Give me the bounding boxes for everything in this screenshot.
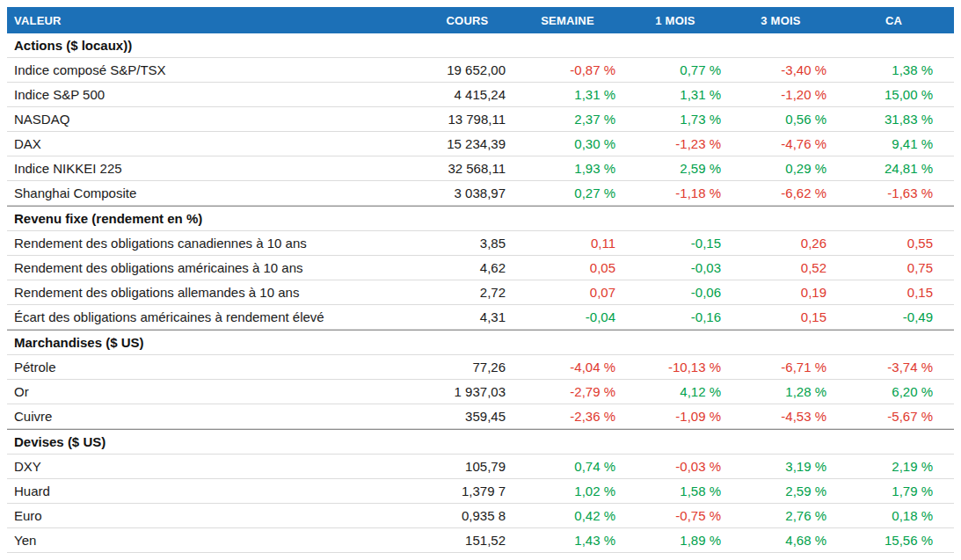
cell-1mois: -0,15 [622, 231, 728, 256]
cell-semaine: 0,11 [513, 231, 622, 256]
table-body: Actions ($ locaux))Indice composé S&P/TS… [7, 33, 954, 553]
table-row: Euro0,935 80,42 %-0,75 %2,76 %0,18 % [7, 504, 954, 528]
row-label: Huard [7, 479, 422, 504]
row-label: Indice composé S&P/TSX [7, 58, 422, 83]
cell-3mois: 0,56 % [728, 107, 834, 132]
cell-1mois: -1,23 % [622, 132, 728, 156]
cell-cours: 1 937,03 [422, 380, 513, 404]
cell-semaine: 2,37 % [513, 107, 622, 132]
cell-1mois: 1,89 % [622, 528, 728, 553]
cell-semaine: 1,43 % [513, 528, 622, 553]
cell-ca: 9,41 % [834, 132, 954, 156]
row-label: Indice NIKKEI 225 [7, 156, 422, 181]
cell-1mois: -0,75 % [622, 504, 728, 528]
cell-3mois: -1,20 % [728, 83, 834, 107]
section-title: Marchandises ($ US) [7, 330, 954, 355]
column-header-semaine: SEMAINE [513, 7, 622, 33]
cell-semaine: -4,04 % [513, 355, 622, 380]
cell-semaine: 1,93 % [513, 156, 622, 181]
column-header-valeur: VALEUR [7, 7, 422, 33]
table-header: VALEUR COURS SEMAINE 1 MOIS 3 MOIS CA [7, 7, 954, 33]
cell-semaine: 0,30 % [513, 132, 622, 156]
cell-ca: -5,67 % [834, 404, 954, 429]
table-row: Cuivre359,45-2,36 %-1,09 %-4,53 %-5,67 % [7, 404, 954, 429]
table-row: DAX15 234,390,30 %-1,23 %-4,76 %9,41 % [7, 132, 954, 156]
row-label: Cuivre [7, 404, 422, 429]
cell-3mois: 0,19 [728, 280, 834, 305]
cell-semaine: 1,31 % [513, 83, 622, 107]
cell-ca: 0,75 [834, 256, 954, 280]
table-row: Yen151,521,43 %1,89 %4,68 %15,56 % [7, 528, 954, 553]
cell-ca: 1,79 % [834, 479, 954, 504]
cell-cours: 151,52 [422, 528, 513, 553]
cell-ca: 24,81 % [834, 156, 954, 181]
cell-1mois: -1,09 % [622, 404, 728, 429]
cell-ca: 6,20 % [834, 380, 954, 404]
row-label: NASDAQ [7, 107, 422, 132]
cell-1mois: -0,06 [622, 280, 728, 305]
cell-1mois: -10,13 % [622, 355, 728, 380]
row-label: Rendement des obligations canadiennes à … [7, 231, 422, 256]
cell-1mois: -1,18 % [622, 181, 728, 206]
cell-cours: 77,26 [422, 355, 513, 380]
table-row: Or1 937,03-2,79 %4,12 %1,28 %6,20 % [7, 380, 954, 404]
cell-semaine: -0,04 [513, 305, 622, 330]
table-row: Indice composé S&P/TSX19 652,00-0,87 %0,… [7, 58, 954, 83]
row-label: Euro [7, 504, 422, 528]
cell-cours: 3 038,97 [422, 181, 513, 206]
cell-semaine: -2,79 % [513, 380, 622, 404]
cell-semaine: 0,42 % [513, 504, 622, 528]
section-header-row: Devises ($ US) [7, 429, 954, 455]
row-label: Pétrole [7, 355, 422, 380]
table-row: DXY105,790,74 %-0,03 %3,19 %2,19 % [7, 455, 954, 479]
cell-cours: 1,379 7 [422, 479, 513, 504]
cell-cours: 15 234,39 [422, 132, 513, 156]
cell-cours: 32 568,11 [422, 156, 513, 181]
section-title: Revenu fixe (rendement en %) [7, 206, 954, 231]
cell-1mois: 1,31 % [622, 83, 728, 107]
cell-ca: 0,55 [834, 231, 954, 256]
cell-ca: 2,19 % [834, 455, 954, 479]
column-header-ca: CA [834, 7, 954, 33]
cell-3mois: 0,26 [728, 231, 834, 256]
row-label: Yen [7, 528, 422, 553]
cell-1mois: 4,12 % [622, 380, 728, 404]
cell-semaine: 0,74 % [513, 455, 622, 479]
cell-ca: 0,18 % [834, 504, 954, 528]
cell-3mois: -3,40 % [728, 58, 834, 83]
row-label: DAX [7, 132, 422, 156]
cell-1mois: -0,03 % [622, 455, 728, 479]
section-header-row: Marchandises ($ US) [7, 330, 954, 355]
cell-cours: 13 798,11 [422, 107, 513, 132]
cell-3mois: 0,15 [728, 305, 834, 330]
table-row: Rendement des obligations allemandes à 1… [7, 280, 954, 305]
section-header-row: Revenu fixe (rendement en %) [7, 206, 954, 231]
column-header-3mois: 3 MOIS [728, 7, 834, 33]
row-label: Écart des obligations américaines à rend… [7, 305, 422, 330]
cell-semaine: -0,87 % [513, 58, 622, 83]
cell-cours: 4,31 [422, 305, 513, 330]
cell-1mois: 1,58 % [622, 479, 728, 504]
cell-3mois: 0,29 % [728, 156, 834, 181]
cell-3mois: -4,53 % [728, 404, 834, 429]
cell-cours: 4 415,24 [422, 83, 513, 107]
row-label: Or [7, 380, 422, 404]
cell-ca: 15,00 % [834, 83, 954, 107]
cell-cours: 3,85 [422, 231, 513, 256]
cell-semaine: 0,27 % [513, 181, 622, 206]
cell-ca: -0,49 [834, 305, 954, 330]
section-title: Devises ($ US) [7, 429, 954, 455]
cell-semaine: 0,07 [513, 280, 622, 305]
cell-cours: 19 652,00 [422, 58, 513, 83]
cell-3mois: 2,59 % [728, 479, 834, 504]
cell-3mois: 3,19 % [728, 455, 834, 479]
table-row: Shanghai Composite3 038,970,27 %-1,18 %-… [7, 181, 954, 206]
cell-semaine: 0,05 [513, 256, 622, 280]
cell-3mois: 2,76 % [728, 504, 834, 528]
markets-table: VALEUR COURS SEMAINE 1 MOIS 3 MOIS CA Ac… [7, 7, 954, 553]
row-label: Indice S&P 500 [7, 83, 422, 107]
cell-3mois: -6,62 % [728, 181, 834, 206]
row-label: Rendement des obligations allemandes à 1… [7, 280, 422, 305]
cell-1mois: -0,03 [622, 256, 728, 280]
cell-cours: 2,72 [422, 280, 513, 305]
